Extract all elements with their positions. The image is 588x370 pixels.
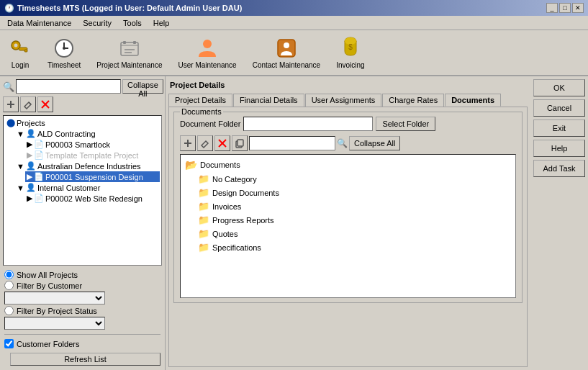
- tree-root: ⬤ Projects: [5, 117, 160, 128]
- folder-label: Document Folder: [180, 119, 240, 128]
- search-bar: 🔍 Collapse All: [3, 79, 162, 94]
- user-maintenance-button[interactable]: User Maintenance: [174, 35, 241, 71]
- contact-maintenance-label: Contact Maintenance: [253, 61, 321, 69]
- documents-group-label: Documents: [180, 107, 223, 116]
- filter-customer-radio[interactable]: [4, 281, 14, 290]
- project-maintenance-icon: [118, 37, 141, 60]
- contact-maintenance-button[interactable]: Contact Maintenance: [248, 35, 325, 71]
- doc-new-button[interactable]: [180, 135, 196, 151]
- tree-customer-adi[interactable]: ▼ 👤 Australian Defence Industries: [15, 161, 160, 171]
- template-icon: 📄: [34, 150, 44, 160]
- folder-input[interactable]: [243, 117, 373, 131]
- doc-tree-children: 📁 No Category 📁 Design Documents 📁 Invoi…: [184, 172, 512, 254]
- doc-folder-specifications[interactable]: 📁 Specifications: [196, 240, 512, 254]
- show-all-radio[interactable]: [4, 270, 14, 279]
- select-folder-button[interactable]: Select Folder: [376, 117, 435, 131]
- show-all-label: Show All Projects: [17, 271, 78, 279]
- adi-children: ▶ 📄 P00001 Suspension Design: [15, 171, 160, 182]
- tree-root-label: Projects: [17, 119, 45, 127]
- doc-folder-no-category[interactable]: 📁 No Category: [196, 172, 512, 186]
- customer-folders-checkbox[interactable]: [4, 339, 14, 348]
- menu-tools[interactable]: Tools: [119, 18, 146, 28]
- svg-rect-21: [10, 101, 12, 108]
- doc-tree-root: 📂 Documents: [184, 158, 512, 172]
- svg-line-22: [29, 102, 31, 104]
- tree-project-p00001[interactable]: ▶ 📄 P00001 Suspension Design: [25, 171, 160, 182]
- expand-icon-p00001: ▶: [27, 172, 32, 181]
- exit-button[interactable]: Exit: [533, 119, 585, 137]
- delete-button[interactable]: [37, 96, 53, 112]
- expand-icon-adi: ▼: [17, 162, 24, 171]
- tree-customer-ald[interactable]: ▼ 👤 ALD Contracting: [15, 128, 160, 139]
- expand-icon-template: ▶: [27, 150, 32, 160]
- doc-folder-design-documents[interactable]: 📁 Design Documents: [196, 186, 512, 199]
- divider: [4, 334, 160, 335]
- tab-charge-rates[interactable]: Charge Rates: [382, 94, 444, 107]
- filter-status-select[interactable]: [4, 317, 105, 330]
- section-title: Project Details: [168, 79, 528, 91]
- menu-bar: Data Maintenance Security Tools Help: [0, 16, 588, 30]
- customer-icon-adi: 👤: [26, 161, 36, 171]
- doc-folder-invoices[interactable]: 📁 Invoices: [196, 199, 512, 213]
- tree-project-p00003[interactable]: ▶ 📄 P00003 Smartlock: [25, 139, 160, 150]
- doc-folder-row: Document Folder Select Folder: [180, 117, 516, 131]
- title-bar: 🕐 Timesheets MTS (Logged in User: Defaul…: [0, 0, 588, 16]
- tree-customer-internal[interactable]: ▼ 👤 Internal Customer: [15, 182, 160, 193]
- doc-collapse-button[interactable]: Collapse All: [349, 136, 400, 150]
- edit-button[interactable]: [20, 96, 36, 112]
- collapse-all-button[interactable]: Collapse All: [122, 79, 163, 94]
- tab-content: Documents Document Folder Select Folder: [168, 107, 528, 367]
- customer-folders-group: Customer Folders: [4, 339, 160, 348]
- tab-project-details[interactable]: Project Details: [168, 94, 232, 107]
- tab-user-assignments[interactable]: User Assignments: [305, 94, 382, 107]
- filter-status-radio[interactable]: [4, 306, 14, 315]
- doc-copy-button[interactable]: [232, 135, 248, 151]
- expand-icon-internal: ▼: [17, 184, 24, 192]
- maximize-button[interactable]: □: [559, 3, 571, 13]
- help-button[interactable]: Help: [533, 140, 585, 157]
- menu-help[interactable]: Help: [149, 18, 174, 28]
- project-details: Project Details Project Details Financia…: [168, 79, 528, 367]
- project-tree[interactable]: ⬤ Projects ▼ 👤 ALD Contracting ▶ 📄 P0000…: [3, 115, 162, 266]
- doc-search-input[interactable]: [249, 136, 335, 150]
- doc-folder-progress-reports[interactable]: 📁 Progress Reports: [196, 213, 512, 227]
- menu-data-maintenance[interactable]: Data Maintenance: [3, 18, 76, 28]
- tree-toolbar: [3, 96, 162, 112]
- close-button[interactable]: ✕: [572, 3, 584, 13]
- timesheet-icon: [53, 37, 76, 60]
- tab-documents[interactable]: Documents: [445, 94, 501, 107]
- folder-icon-quotes: 📁: [198, 228, 209, 239]
- minimize-button[interactable]: _: [546, 3, 558, 13]
- svg-rect-26: [187, 140, 189, 147]
- timesheet-button[interactable]: Timesheet: [43, 35, 85, 71]
- svg-point-16: [284, 42, 289, 48]
- add-task-button[interactable]: Add Task: [533, 160, 585, 177]
- invoicing-button[interactable]: $ Invoicing: [332, 35, 368, 71]
- doc-edit-button[interactable]: [197, 135, 213, 151]
- tree-project-p00002[interactable]: ▶ 📄 P00002 Web Site Redesign: [25, 193, 160, 204]
- doc-delete-button[interactable]: [214, 135, 230, 151]
- project-icon: 📄: [34, 140, 44, 149]
- login-icon: [9, 37, 32, 60]
- project-maintenance-button[interactable]: Project Maintenance: [92, 35, 166, 71]
- cancel-button[interactable]: Cancel: [533, 99, 585, 117]
- svg-rect-11: [133, 41, 136, 44]
- filter-customer-select[interactable]: [4, 292, 105, 304]
- new-button[interactable]: [3, 96, 19, 112]
- svg-rect-8: [121, 42, 138, 55]
- tree-project-template[interactable]: ▶ 📄 Template Template Project: [25, 150, 160, 161]
- main-layout: 🔍 Collapse All ⬤ Projects: [0, 76, 588, 370]
- contact-maintenance-icon: [275, 37, 298, 60]
- svg-point-7: [63, 47, 65, 50]
- internal-children: ▶ 📄 P00002 Web Site Redesign: [15, 193, 160, 204]
- folder-icon-design-documents: 📁: [198, 187, 209, 198]
- menu-security[interactable]: Security: [78, 18, 116, 28]
- search-input[interactable]: [16, 79, 121, 94]
- title-text: Timesheets MTS (Logged in User: Default …: [17, 4, 242, 12]
- ok-button[interactable]: OK: [533, 79, 585, 96]
- document-tree[interactable]: 📂 Documents 📁 No Category 📁 Design Docum…: [180, 154, 516, 298]
- doc-folder-quotes[interactable]: 📁 Quotes: [196, 227, 512, 240]
- refresh-list-button[interactable]: Refresh List: [10, 353, 160, 366]
- login-button[interactable]: Login: [4, 35, 36, 71]
- tab-financial-details[interactable]: Financial Details: [233, 94, 304, 107]
